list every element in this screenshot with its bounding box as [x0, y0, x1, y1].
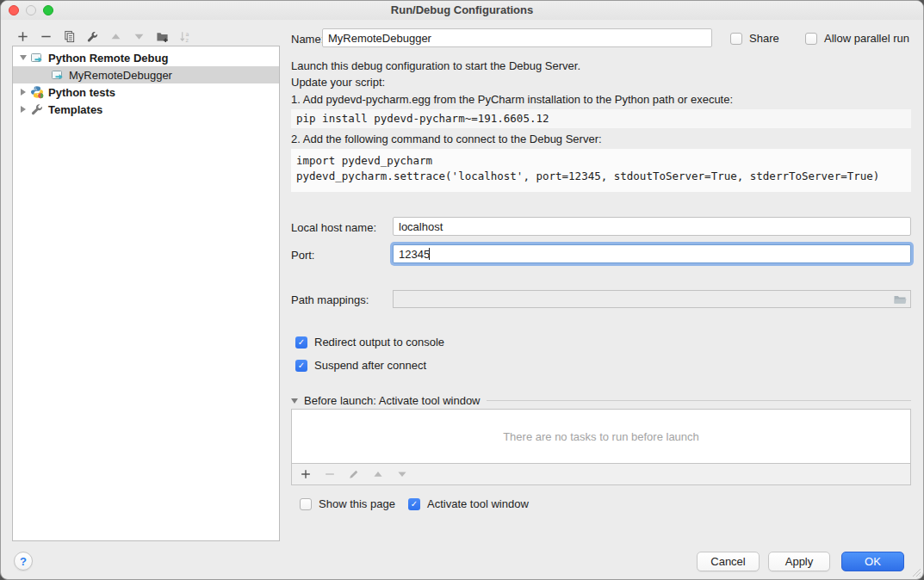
move-down-icon: [395, 467, 409, 481]
show-this-page-label: Show this page: [319, 497, 395, 510]
suspend-after-connect-label: Suspend after connect: [314, 359, 426, 372]
chevron-right-icon[interactable]: [18, 89, 28, 96]
chevron-down-icon[interactable]: [18, 55, 28, 60]
tree-item-label: Python tests: [48, 86, 115, 99]
ok-button[interactable]: OK: [841, 552, 904, 571]
show-this-page-checkbox[interactable]: [300, 498, 312, 510]
empty-task-message: There are no tasks to run before launch: [503, 430, 699, 443]
activate-tool-window-label: Activate tool window: [427, 497, 529, 510]
window-title: Run/Debug Configurations: [1, 3, 923, 16]
settrace-code-block: import pydevd_pycharm pydevd_pycharm.set…: [291, 149, 911, 192]
path-mappings-input[interactable]: [393, 290, 911, 308]
suspend-after-connect-checkbox[interactable]: [295, 360, 307, 372]
configurations-tree: Python Remote Debug MyRemoteDebugger Pyt…: [12, 46, 280, 541]
section-rule: [487, 400, 911, 401]
tree-item-python-tests[interactable]: Python tests: [13, 83, 279, 101]
python-tests-icon: [30, 85, 44, 99]
redirect-output-label: Redirect output to console: [314, 336, 444, 349]
name-input[interactable]: [322, 28, 712, 47]
allow-parallel-run-label: Allow parallel run: [824, 32, 909, 45]
move-down-icon: [131, 28, 147, 45]
description-line-1: Launch this debug configuration to start…: [291, 59, 580, 72]
browse-folder-icon[interactable]: [893, 293, 907, 306]
sort-alphabetically-icon: az: [177, 28, 194, 45]
chevron-right-icon[interactable]: [18, 106, 28, 113]
run-debug-configurations-dialog: Run/Debug Configurations az Python Remot…: [0, 0, 924, 580]
remove-icon: [323, 467, 337, 481]
port-input[interactable]: [394, 245, 910, 262]
name-label: Name:: [291, 33, 324, 46]
allow-parallel-run-checkbox[interactable]: [805, 33, 817, 45]
svg-text:z: z: [186, 36, 189, 42]
resize-grip[interactable]: [912, 568, 921, 577]
add-icon[interactable]: [15, 28, 31, 45]
run-config-icon: [30, 51, 44, 65]
tree-item-label: MyRemoteDebugger: [69, 69, 172, 82]
apply-button[interactable]: Apply: [768, 552, 830, 571]
remove-icon[interactable]: [38, 28, 54, 45]
port-label: Port:: [291, 249, 314, 262]
share-checkbox-row[interactable]: Share: [730, 32, 779, 45]
task-list-toolbar: [291, 464, 911, 485]
tree-item-label: Python Remote Debug: [48, 52, 168, 65]
wrench-icon: [30, 102, 44, 116]
edit-defaults-wrench-icon[interactable]: [84, 28, 101, 45]
before-launch-section-header[interactable]: Before launch: Activate tool window: [291, 394, 911, 407]
redirect-output-row[interactable]: Redirect output to console: [295, 336, 444, 349]
add-icon[interactable]: [299, 467, 313, 481]
local-host-name-label: Local host name:: [291, 221, 376, 234]
step-2-text: 2. Add the following command to connect …: [291, 133, 602, 145]
activate-tool-window-checkbox[interactable]: [408, 498, 420, 510]
edit-pencil-icon: [347, 467, 361, 481]
allow-parallel-checkbox-row[interactable]: Allow parallel run: [805, 32, 909, 45]
redirect-output-checkbox[interactable]: [295, 336, 307, 349]
copy-icon[interactable]: [61, 28, 78, 45]
activate-tool-window-row[interactable]: Activate tool window: [408, 497, 529, 510]
code-line-1: import pydevd_pycharm: [296, 154, 432, 167]
move-up-icon: [108, 28, 124, 45]
description-line-2: Update your script:: [291, 76, 385, 89]
tree-item-myremotedebugger[interactable]: MyRemoteDebugger: [13, 66, 279, 83]
cancel-button[interactable]: Cancel: [697, 552, 760, 571]
local-host-name-input[interactable]: [393, 217, 911, 236]
tree-item-templates[interactable]: Templates: [13, 101, 279, 118]
text-caret: [429, 248, 430, 260]
path-mappings-label: Path mappings:: [291, 293, 369, 306]
port-input-focused[interactable]: [393, 244, 911, 263]
share-label: Share: [749, 32, 779, 45]
before-launch-title: Before launch: Activate tool window: [304, 394, 481, 407]
share-checkbox[interactable]: [730, 33, 742, 45]
before-launch-task-list[interactable]: There are no tasks to run before launch: [291, 409, 911, 464]
help-button[interactable]: ?: [14, 552, 33, 571]
code-line-2: pydevd_pycharm.settrace('localhost', por…: [296, 170, 879, 182]
run-config-icon: [51, 68, 65, 82]
tree-item-label: Templates: [48, 103, 102, 116]
tree-item-python-remote-debug[interactable]: Python Remote Debug: [13, 49, 279, 66]
pip-install-command: pip install pydevd-pycharm~=191.6605.12: [291, 109, 911, 128]
titlebar[interactable]: Run/Debug Configurations: [1, 1, 923, 20]
tree-toolbar: az: [15, 28, 194, 45]
chevron-down-icon[interactable]: [291, 398, 298, 404]
move-up-icon: [371, 467, 385, 481]
suspend-after-connect-row[interactable]: Suspend after connect: [295, 359, 426, 372]
show-this-page-row[interactable]: Show this page: [300, 497, 395, 510]
step-1-text: 1. Add pydevd-pycharm.egg from the PyCha…: [291, 93, 733, 106]
new-folder-icon[interactable]: [154, 28, 171, 45]
